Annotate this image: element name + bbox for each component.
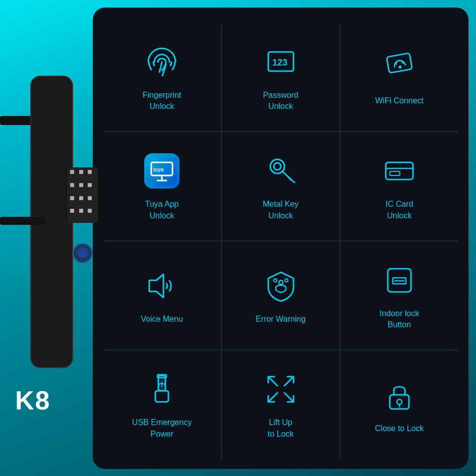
svg-line-31	[268, 377, 277, 386]
svg-point-10	[274, 163, 281, 170]
features-grid: FingerprintUnlock 123 PasswordUnlock	[103, 23, 458, 459]
fingerprint-icon	[142, 42, 182, 82]
lift-up-to-lock-label: Lift Upto Lock	[268, 417, 294, 440]
feature-lift-up-to-lock: Lift Upto Lock	[221, 350, 340, 459]
svg-point-17	[279, 280, 283, 284]
device-fingerprint-sensor	[73, 243, 93, 263]
device-handle-bottom	[0, 217, 45, 225]
wifi-connect-icon	[379, 47, 420, 88]
password-icon: 123	[261, 42, 301, 82]
voice-menu-label: Voice Menu	[141, 314, 183, 325]
usb-emergency-power-icon	[142, 369, 182, 409]
svg-point-19	[285, 279, 288, 282]
svg-point-18	[274, 279, 277, 282]
ic-card-unlock-label: IC CardUnlock	[385, 199, 413, 221]
feature-password-unlock: 123 PasswordUnlock	[221, 23, 340, 132]
feature-usb-emergency-power: USB EmergencyPower	[103, 350, 221, 459]
error-warning-label: Error Warning	[256, 314, 306, 325]
fingerprint-unlock-label: FingerprintUnlock	[143, 90, 181, 112]
svg-line-33	[268, 393, 277, 402]
lift-up-to-lock-icon	[261, 369, 301, 409]
device-keypad: 1 2 3 4 5 6 7 8 9 * 0 #	[68, 167, 98, 223]
voice-menu-icon	[142, 266, 182, 306]
error-warning-icon	[261, 266, 301, 306]
svg-rect-2	[387, 53, 412, 73]
feature-voice-menu: Voice Menu	[103, 241, 221, 350]
svg-rect-15	[390, 171, 400, 175]
tuya-app-icon: tuya	[142, 151, 182, 191]
svg-line-12	[288, 177, 291, 180]
feature-tuya-app-unlock: tuya Tuya AppUnlock	[103, 132, 221, 241]
feature-ic-card-unlock: IC CardUnlock	[340, 132, 458, 241]
ic-card-icon	[379, 151, 420, 191]
feature-wifi-connect: WiFi Connect	[340, 23, 458, 132]
usb-emergency-power-label: USB EmergencyPower	[132, 417, 192, 440]
svg-line-34	[284, 393, 293, 402]
feature-error-warning: Error Warning	[221, 241, 340, 350]
wifi-connect-label: WiFi Connect	[375, 95, 424, 106]
feature-metal-key-unlock: Metal KeyUnlock	[221, 132, 340, 241]
features-panel: FingerprintUnlock 123 PasswordUnlock	[93, 8, 468, 469]
indoor-lock-icon	[379, 260, 420, 301]
svg-point-36	[397, 399, 402, 404]
svg-line-32	[284, 377, 293, 386]
close-to-lock-label: Close to Lock	[375, 423, 424, 434]
svg-text:123: 123	[272, 57, 287, 68]
close-to-lock-icon	[379, 375, 420, 415]
tuya-app-unlock-label: Tuya AppUnlock	[145, 199, 178, 221]
tuya-logo: tuya	[144, 153, 180, 189]
svg-text:tuya: tuya	[153, 167, 164, 172]
indoor-lock-button-label: Indoor lockButton	[380, 308, 419, 331]
device-handle-top	[0, 116, 33, 125]
svg-rect-30	[155, 391, 168, 402]
feature-indoor-lock-button: Indoor lockButton	[340, 241, 458, 350]
metal-key-icon	[261, 151, 301, 191]
metal-key-unlock-label: Metal KeyUnlock	[263, 199, 299, 221]
feature-close-to-lock: Close to Lock	[340, 350, 458, 459]
feature-fingerprint-unlock: FingerprintUnlock	[103, 23, 221, 132]
svg-marker-16	[149, 274, 163, 298]
svg-rect-13	[386, 162, 413, 180]
svg-point-3	[398, 65, 402, 69]
password-unlock-label: PasswordUnlock	[263, 90, 298, 112]
device-illustration: 1 2 3 4 5 6 7 8 9 * 0 #	[0, 76, 88, 388]
model-label: K8	[15, 385, 50, 415]
